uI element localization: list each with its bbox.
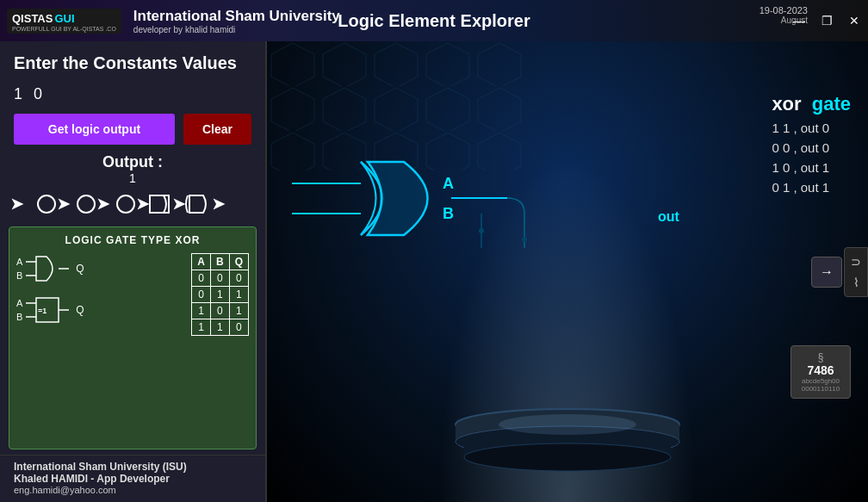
app-title: Logic Element Explorer — [338, 11, 530, 31]
gate-symbol-area: A B Q — [16, 253, 184, 325]
chip-code1: abcde5gh00 — [798, 377, 843, 385]
panel-footer: International Sham University (ISU) Khal… — [0, 455, 265, 502]
svg-text:➤: ➤ — [212, 195, 226, 213]
truth-cell-3-a: 1 — [192, 303, 211, 319]
logo-qistas: QISTAS — [12, 12, 53, 25]
logic-indicators: ➤ ➤ ➤ ➤ ➤ — [0, 187, 265, 221]
footer-developer: Khaled HAMIDI - App Developer — [14, 473, 251, 485]
output-value: 1 — [14, 171, 251, 185]
truth-cell-3-q: 1 — [229, 303, 248, 319]
truth-row-1: 0 0 0 — [192, 270, 249, 287]
clear-button[interactable]: Clear — [183, 114, 251, 145]
truth-row-3: 1 0 1 — [192, 303, 249, 319]
svg-text:➤: ➤ — [10, 195, 24, 213]
truth-cell-1-b: 0 — [210, 270, 229, 287]
gate-shape-svg-2: =1 — [26, 294, 71, 325]
right-truth-display: xor gate 1 1 , out 0 0 0 , out 0 1 0 , o… — [772, 93, 851, 195]
gate-label-out: out — [658, 209, 679, 225]
logo-area: QISTASGUI POWERFULL GUI BY AL-QISTAS .CO — [7, 9, 121, 34]
gate-shape-svg-1 — [26, 253, 71, 284]
truth-cell-2-q: 1 — [229, 287, 248, 303]
truth-table: A B Q 0 0 0 0 1 — [191, 253, 249, 336]
truth-line-2: 0 0 , out 0 — [772, 140, 851, 155]
truth-cell-2-a: 0 — [192, 287, 211, 303]
get-logic-button[interactable]: Get logic output — [14, 114, 175, 145]
xor-gate-visual — [292, 136, 567, 257]
gate-label-b: B — [443, 205, 454, 223]
svg-point-1 — [38, 195, 55, 213]
truth-cell-1-a: 0 — [192, 270, 211, 287]
titlebar: QISTASGUI POWERFULL GUI BY AL-QISTAS .CO… — [0, 0, 868, 41]
truth-cell-3-b: 0 — [210, 303, 229, 319]
next-arrow-icon: → — [820, 264, 834, 280]
gate-b-label-1: B — [16, 270, 22, 281]
gate-name-suffix: gate — [812, 93, 851, 115]
svg-text:➤: ➤ — [57, 195, 71, 213]
truth-line-3: 1 0 , out 1 — [772, 160, 851, 175]
university-name: International Sham University — [133, 8, 340, 25]
next-arrow-button[interactable]: → — [811, 257, 842, 288]
svg-text:➤: ➤ — [136, 195, 150, 213]
gate-diagram-1: A B Q — [16, 253, 184, 284]
gate-q-label-1: Q — [76, 263, 84, 275]
gate-diagram-2: A B =1 Q — [16, 294, 184, 325]
gate-type-box: LOGIC GATE TYPE XOR A B — [9, 226, 257, 449]
gate-name-title: xor gate — [772, 93, 851, 115]
gate-type-title: LOGIC GATE TYPE XOR — [16, 234, 249, 246]
gate-diagrams: A B Q — [16, 253, 249, 336]
panel-title: Enter the Constants Values — [14, 53, 251, 73]
footer-email: eng.hamidi@yahoo.com — [14, 485, 251, 495]
gate-q-label-2: Q — [76, 304, 84, 316]
left-panel: Enter the Constants Values 1 0 Get logic… — [0, 41, 267, 502]
gate-a-label-1: A — [16, 257, 22, 267]
chip-symbol: § — [798, 351, 843, 363]
gate-b-label-2: B — [16, 312, 22, 322]
gate-name-prefix: xor — [772, 93, 801, 115]
gate-inputs-col-1: A B — [16, 257, 22, 281]
truth-cell-4-b: 1 — [210, 319, 229, 336]
logo-sub: POWERFULL GUI BY AL-QISTAS .CO — [12, 26, 116, 32]
panel-header: Enter the Constants Values — [0, 41, 265, 80]
truth-row-4: 1 1 0 — [192, 319, 249, 336]
side-nav-icon-2[interactable]: ⌇ — [853, 276, 859, 289]
chip-code2: 0000110110 — [798, 385, 843, 393]
input-value-display: 1 0 — [0, 80, 265, 108]
svg-text:➤: ➤ — [96, 195, 110, 213]
truth-cell-4-a: 1 — [192, 319, 211, 336]
gate-a-label-2: A — [16, 298, 22, 308]
svg-point-25 — [499, 414, 636, 435]
output-section: Output : 1 — [0, 150, 265, 187]
logic-indicators-svg: ➤ ➤ ➤ ➤ ➤ — [9, 189, 241, 220]
main-content: Enter the Constants Values 1 0 Get logic… — [0, 41, 868, 502]
buttons-row: Get logic output Clear — [0, 108, 265, 150]
right-panel: A B out xor gate 1 1 , out 0 0 0 , out 0… — [267, 41, 868, 502]
gate-inputs-col-2: A B — [16, 298, 22, 322]
svg-point-5 — [117, 195, 134, 213]
output-label: Output : — [14, 153, 251, 171]
svg-point-30 — [479, 228, 484, 233]
svg-point-24 — [464, 443, 671, 471]
side-nav-panel: ⊃ ⌇ — [844, 247, 868, 297]
footer-university: International Sham University (ISU) — [14, 461, 251, 473]
developer-name: developer by khalid hamidi — [133, 25, 340, 34]
chip-widget: § 7486 abcde5gh00 0000110110 — [790, 345, 851, 399]
svg-point-3 — [78, 195, 95, 213]
truth-cell-1-q: 0 — [229, 270, 248, 287]
truth-line-1: 1 1 , out 0 — [772, 121, 851, 135]
truth-header-a: A — [192, 254, 211, 270]
logo-gui: GUI — [54, 12, 74, 25]
truth-header-b: B — [210, 254, 229, 270]
window-controls: — ❐ ✕ — [785, 0, 868, 41]
svg-point-29 — [522, 237, 527, 242]
truth-cell-2-b: 1 — [210, 287, 229, 303]
minimize-button[interactable]: — — [785, 0, 813, 41]
close-button[interactable]: ✕ — [840, 0, 868, 41]
svg-text:➤: ➤ — [172, 195, 186, 213]
truth-header-q: Q — [229, 254, 248, 270]
svg-text:=1: =1 — [38, 307, 46, 315]
truth-row-2: 0 1 1 — [192, 287, 249, 303]
truth-cell-4-q: 0 — [229, 319, 248, 336]
restore-button[interactable]: ❐ — [813, 0, 840, 41]
side-nav-icon-1[interactable]: ⊃ — [851, 255, 861, 269]
gate-label-a: A — [443, 175, 454, 193]
